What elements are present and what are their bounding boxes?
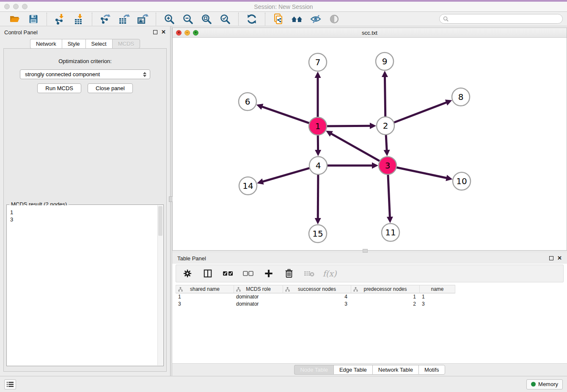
edge-arrowhead: [256, 104, 264, 110]
search-field[interactable]: [439, 14, 563, 24]
graph-node-label: 6: [245, 97, 250, 107]
graph-node-label: 1: [315, 121, 321, 131]
tab-node-table[interactable]: Node Table: [294, 365, 333, 375]
mcds-tab-content: Optimization criterion: strongly connect…: [3, 48, 167, 372]
delete-rows-icon[interactable]: [284, 268, 295, 279]
table-header-row[interactable]: shared nameMCDS rolesuccessor nodesprede…: [176, 285, 564, 293]
edge-4-15[interactable]: [318, 174, 318, 219]
tab-select[interactable]: Select: [85, 39, 112, 49]
graph-node-label: 15: [312, 229, 323, 239]
toolbar-separator: [265, 13, 265, 25]
network-graph[interactable]: 7968124314101511: [173, 38, 567, 250]
table-column-header[interactable]: name: [419, 285, 455, 293]
zoom-fit-icon[interactable]: [200, 13, 213, 25]
horizontal-splitter[interactable]: [172, 251, 567, 253]
select-all-icon[interactable]: [223, 268, 234, 279]
tab-edge-table[interactable]: Edge Table: [333, 365, 372, 375]
close-panel-button[interactable]: Close panel: [88, 83, 133, 93]
zoom-in-icon[interactable]: [163, 13, 176, 25]
criterion-dropdown[interactable]: strongly connected component: [20, 69, 150, 79]
float-panel-icon[interactable]: [153, 30, 157, 34]
show-column-icon[interactable]: [202, 268, 213, 279]
float-panel-icon[interactable]: [549, 256, 553, 260]
edge-arrowhead: [370, 123, 376, 129]
table-row[interactable]: 1dominator411: [176, 293, 564, 301]
table-toolbar: f(x): [176, 265, 564, 282]
edge-2-8[interactable]: [393, 102, 447, 123]
table-cell[interactable]: 1: [351, 293, 419, 301]
apply-layout-icon[interactable]: [245, 13, 258, 25]
window-title: Session: New Session: [0, 3, 567, 10]
edge-arrowhead: [446, 175, 452, 181]
graph-node-label: 14: [242, 181, 253, 191]
table-cell[interactable]: 3: [419, 301, 455, 308]
edge-4-14[interactable]: [262, 168, 311, 182]
edge-arrowhead: [382, 71, 388, 77]
table-cell[interactable]: dominator: [234, 301, 283, 308]
search-input[interactable]: [451, 16, 559, 22]
table-column-header[interactable]: MCDS role: [234, 285, 283, 293]
mcds-result-group: MCDS result (2 nodes) 13: [6, 204, 164, 366]
close-panel-icon[interactable]: ✕: [161, 30, 166, 34]
deselect-all-icon[interactable]: [243, 268, 254, 279]
table-cell[interactable]: 3: [283, 301, 351, 308]
toolbar-separator: [156, 13, 156, 25]
open-session-icon[interactable]: [8, 13, 21, 25]
edge-3-1[interactable]: [330, 133, 380, 161]
edge-1-6[interactable]: [261, 107, 310, 124]
titlebar: Session: New Session: [0, 0, 567, 12]
tab-style[interactable]: Style: [62, 39, 85, 49]
edge-2-9[interactable]: [385, 76, 385, 118]
network-canvas[interactable]: 7968124314101511: [173, 38, 567, 250]
edge-1-2[interactable]: [326, 126, 371, 126]
result-scrollbar[interactable]: [157, 205, 163, 365]
edge-arrowhead: [384, 150, 390, 156]
tab-motifs[interactable]: Motifs: [418, 365, 445, 375]
table-column-header[interactable]: shared name: [176, 285, 234, 293]
edge-arrowhead: [257, 179, 264, 185]
table-cell[interactable]: 1: [176, 293, 234, 301]
toolbar-separator: [92, 13, 92, 25]
first-neighbors-icon[interactable]: [291, 13, 303, 25]
export-table-icon[interactable]: [118, 13, 130, 25]
table-cell[interactable]: 1: [419, 293, 455, 301]
memory-button[interactable]: Memory: [526, 379, 563, 389]
table-cell[interactable]: 3: [176, 301, 234, 308]
tab-network[interactable]: Network: [30, 39, 62, 49]
splitter-handle[interactable]: [363, 249, 368, 253]
delete-columns-icon: [304, 268, 315, 279]
network-window-title: scc.txt: [173, 30, 567, 36]
add-row-icon[interactable]: [263, 268, 274, 279]
zoom-selected-icon[interactable]: [219, 13, 231, 25]
tab-mcds[interactable]: MCDS: [112, 39, 140, 49]
run-mcds-button[interactable]: Run MCDS: [37, 83, 81, 93]
edge-3-11[interactable]: [388, 174, 390, 218]
table-cell[interactable]: dominator: [234, 293, 283, 301]
table-cell[interactable]: 2: [351, 301, 419, 308]
table-cell[interactable]: 4: [283, 293, 351, 301]
table-column-header[interactable]: predecessor nodes: [351, 285, 419, 293]
clone-network-icon[interactable]: [272, 13, 285, 25]
node-table[interactable]: shared nameMCDS rolesuccessor nodesprede…: [176, 285, 564, 308]
hide-selected-icon[interactable]: [309, 13, 322, 25]
save-session-icon[interactable]: [27, 13, 40, 25]
close-panel-icon[interactable]: ✕: [557, 256, 562, 260]
network-window-titlebar[interactable]: ✕ − + scc.txt: [173, 28, 567, 38]
control-panel-tabs: NetworkStyleSelectMCDS: [0, 39, 170, 49]
vertical-splitter[interactable]: [170, 26, 172, 376]
column-header-successor-nodes: successor nodes: [298, 286, 336, 292]
toolbar-separator: [238, 13, 239, 25]
task-history-button[interactable]: [4, 379, 16, 389]
import-network-icon[interactable]: [54, 13, 66, 25]
table-settings-icon[interactable]: [182, 268, 193, 279]
tab-network-table[interactable]: Network Table: [372, 365, 418, 375]
edge-2-3[interactable]: [386, 134, 387, 151]
export-network-icon[interactable]: [99, 13, 112, 25]
import-table-icon[interactable]: [72, 13, 85, 25]
table-row[interactable]: 3dominator323: [176, 301, 564, 308]
table-column-header[interactable]: successor nodes: [283, 285, 351, 293]
export-image-icon[interactable]: [136, 13, 149, 25]
zoom-out-icon[interactable]: [182, 13, 194, 25]
show-all-icon[interactable]: [328, 13, 341, 25]
edge-3-10[interactable]: [396, 167, 447, 178]
